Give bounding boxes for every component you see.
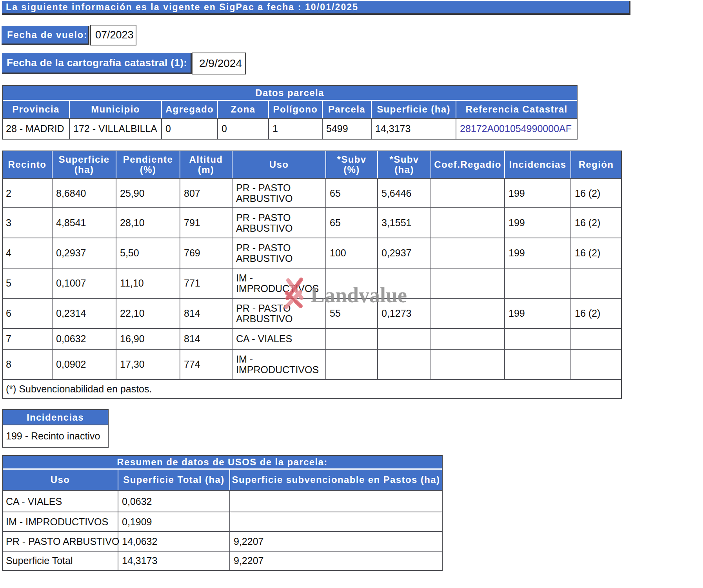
svg-text:Landvalue: Landvalue xyxy=(311,283,407,307)
